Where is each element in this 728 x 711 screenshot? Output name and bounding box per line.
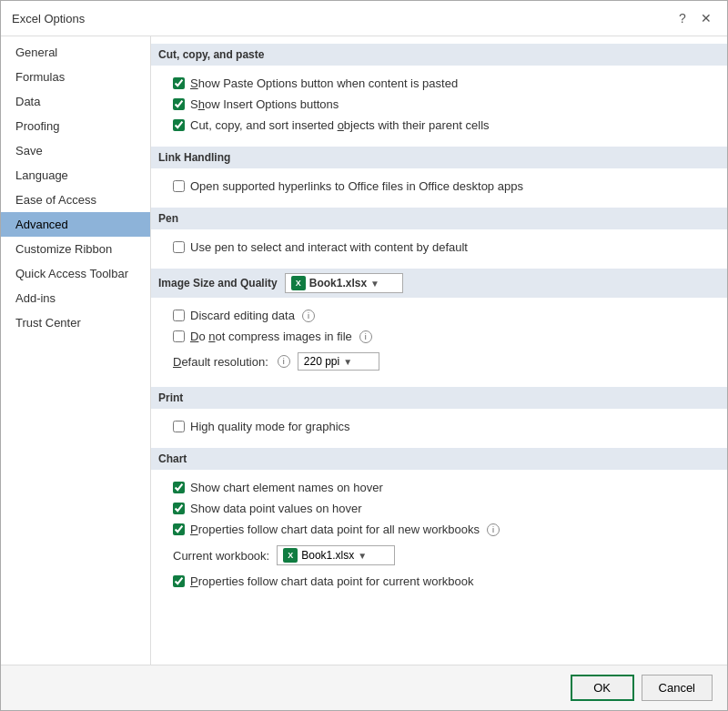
sidebar: GeneralFormulasDataProofingSaveLanguageE…: [1, 36, 151, 665]
props-follow-all-info-icon: i: [487, 523, 500, 536]
current-workbook-arrow: ▼: [358, 551, 367, 561]
sidebar-item-formulas[interactable]: Formulas: [1, 65, 150, 89]
section-pen: Pen: [151, 208, 727, 229]
open-links-label[interactable]: Open supported hyperlinks to Office file…: [190, 179, 523, 193]
resolution-select[interactable]: 220 ppi ▼: [298, 352, 379, 371]
section-image-size: Image Size and Quality X Book1.xlsx ▼: [151, 269, 727, 298]
excel-options-dialog: Excel Options ? ✕ GeneralFormulasDataPro…: [0, 0, 728, 711]
sidebar-item-trust-center[interactable]: Trust Center: [1, 310, 150, 335]
current-workbook-row: Current workbook: X Book1.xlsx ▼: [166, 540, 713, 571]
use-pen-checkbox[interactable]: [173, 241, 185, 253]
current-workbook-value: Book1.xlsx: [301, 549, 354, 562]
resolution-arrow: ▼: [343, 357, 352, 367]
option-no-compress: Do not compress images in file i: [166, 326, 713, 347]
sidebar-item-add-ins[interactable]: Add-ins: [1, 286, 150, 310]
title-bar: Excel Options ? ✕: [1, 1, 727, 36]
main-panel: Cut, copy, and paste Show Paste Options …: [151, 36, 727, 665]
dialog-footer: OK Cancel: [1, 665, 727, 710]
section-link-handling: Link Handling: [151, 147, 727, 168]
title-bar-controls: ? ✕: [672, 8, 716, 28]
props-follow-all-label[interactable]: Properties follow chart data point for a…: [190, 523, 480, 536]
sidebar-item-general[interactable]: General: [1, 40, 150, 65]
resolution-label: Default resolution:: [173, 355, 268, 369]
option-open-links: Open supported hyperlinks to Office file…: [166, 176, 713, 197]
ok-button[interactable]: OK: [571, 675, 634, 701]
show-paste-checkbox[interactable]: [173, 77, 185, 89]
options-content: Cut, copy, and paste Show Paste Options …: [151, 36, 727, 665]
no-compress-info-icon: i: [359, 330, 372, 343]
show-data-values-checkbox[interactable]: [173, 503, 185, 514]
section-print: Print: [151, 387, 727, 409]
high-quality-label[interactable]: High quality mode for graphics: [190, 420, 350, 433]
use-pen-label[interactable]: Use pen to select and interact with cont…: [190, 240, 468, 254]
help-button[interactable]: ?: [672, 8, 693, 28]
discard-editing-checkbox[interactable]: [173, 310, 185, 321]
sidebar-item-customize-ribbon[interactable]: Customize Ribbon: [1, 237, 150, 261]
dialog-content: GeneralFormulasDataProofingSaveLanguageE…: [1, 36, 727, 665]
section-cut-copy-paste: Cut, copy, and paste: [151, 44, 727, 66]
sidebar-item-proofing[interactable]: Proofing: [1, 114, 150, 138]
sidebar-item-ease-of-access[interactable]: Ease of Access: [1, 188, 150, 212]
image-workbook-arrow: ▼: [370, 279, 379, 289]
option-props-follow-current: Properties follow chart data point for c…: [166, 571, 713, 592]
resolution-row: Default resolution: i 220 ppi ▼: [166, 347, 713, 376]
current-workbook-select[interactable]: X Book1.xlsx ▼: [277, 545, 395, 565]
close-button[interactable]: ✕: [696, 8, 716, 28]
option-use-pen: Use pen to select and interact with cont…: [166, 237, 713, 258]
show-element-names-checkbox[interactable]: [173, 482, 185, 493]
resolution-value: 220 ppi: [304, 355, 339, 368]
option-cut-copy-sort: Cut, copy, and sort inserted objects wit…: [166, 115, 713, 136]
option-show-element-names: Show chart element names on hover: [166, 477, 713, 498]
resolution-info-icon: i: [278, 355, 290, 368]
props-follow-current-label[interactable]: Properties follow chart data point for c…: [190, 574, 473, 588]
image-workbook-value: Book1.xlsx: [309, 277, 367, 289]
show-insert-checkbox[interactable]: [173, 98, 185, 110]
no-compress-label[interactable]: Do not compress images in file: [190, 330, 352, 343]
option-show-paste: Show Paste Options button when content i…: [166, 73, 713, 94]
sidebar-item-language[interactable]: Language: [1, 163, 150, 188]
no-compress-checkbox[interactable]: [173, 330, 185, 342]
section-chart: Chart: [151, 448, 727, 470]
props-follow-current-checkbox[interactable]: [173, 575, 185, 587]
current-workbook-label: Current workbook:: [173, 549, 269, 563]
props-follow-all-checkbox[interactable]: [173, 523, 185, 535]
cut-copy-sort-label[interactable]: Cut, copy, and sort inserted objects wit…: [190, 118, 490, 132]
show-insert-label[interactable]: Show Insert Options buttons: [190, 97, 339, 111]
cut-copy-sort-checkbox[interactable]: [173, 119, 185, 131]
option-discard-editing: Discard editing data i: [166, 305, 713, 326]
sidebar-item-quick-access-toolbar[interactable]: Quick Access Toolbar: [1, 261, 150, 286]
discard-editing-label[interactable]: Discard editing data: [190, 309, 295, 322]
show-paste-label[interactable]: Show Paste Options button when content i…: [190, 76, 458, 90]
sidebar-item-save[interactable]: Save: [1, 138, 150, 163]
image-workbook-select[interactable]: X Book1.xlsx ▼: [285, 273, 403, 293]
sidebar-item-data[interactable]: Data: [1, 89, 150, 114]
excel-icon: X: [291, 276, 306, 290]
option-high-quality: High quality mode for graphics: [166, 416, 713, 437]
show-element-names-label[interactable]: Show chart element names on hover: [190, 481, 383, 494]
option-show-insert: Show Insert Options buttons: [166, 94, 713, 115]
cancel-button[interactable]: Cancel: [642, 675, 713, 701]
sidebar-item-advanced[interactable]: Advanced: [1, 212, 150, 237]
open-links-checkbox[interactable]: [173, 180, 185, 192]
high-quality-checkbox[interactable]: [173, 421, 185, 432]
option-show-data-values: Show data point values on hover: [166, 498, 713, 519]
show-data-values-label[interactable]: Show data point values on hover: [190, 502, 362, 515]
discard-editing-info-icon: i: [302, 310, 315, 322]
option-props-follow-all: Properties follow chart data point for a…: [166, 519, 713, 540]
chart-excel-icon: X: [283, 548, 298, 563]
dialog-title: Excel Options: [12, 12, 85, 25]
